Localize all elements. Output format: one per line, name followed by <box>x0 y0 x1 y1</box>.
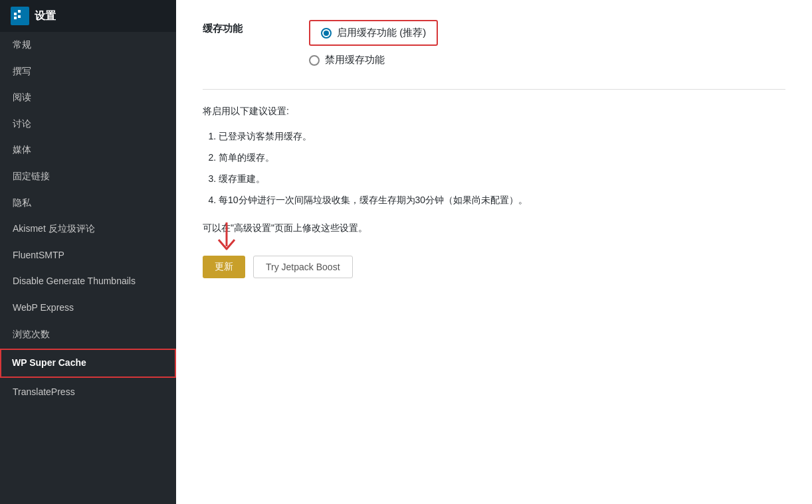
sidebar-item-label: 固定链接 <box>13 171 50 181</box>
list-item: 简单的缓存。 <box>219 148 785 167</box>
sidebar-header: 设置 <box>0 0 176 32</box>
sidebar-item-general[interactable]: 常规 <box>0 32 176 58</box>
jetpack-boost-button[interactable]: Try Jetpack Boost <box>253 256 353 278</box>
sidebar: 设置 常规 撰写 阅读 讨论 媒体 固定链接 隐私 Akismet 反垃圾评论 … <box>0 0 176 504</box>
sidebar-item-media[interactable]: 媒体 <box>0 137 176 163</box>
enable-cache-label: 启用缓存功能 (推荐) <box>337 27 426 39</box>
recommendations-list: 已登录访客禁用缓存。 简单的缓存。 缓存重建。 每10分钟进行一次间隔垃圾收集，… <box>203 127 785 209</box>
sidebar-item-label: TranslatePress <box>13 386 75 397</box>
sidebar-item-privacy[interactable]: 隐私 <box>0 190 176 216</box>
sidebar-item-label: 隐私 <box>13 197 31 208</box>
sidebar-item-label: 讨论 <box>13 118 31 129</box>
action-buttons: 更新 Try Jetpack Boost <box>203 256 785 278</box>
list-item: 缓存重建。 <box>219 169 785 188</box>
arrow-indicator <box>213 222 240 256</box>
svg-rect-1 <box>18 10 21 13</box>
update-button[interactable]: 更新 <box>203 256 245 278</box>
sidebar-item-label: 浏览次数 <box>13 329 50 339</box>
enable-cache-radio[interactable] <box>321 28 332 39</box>
cache-options: 启用缓存功能 (推荐) 禁用缓存功能 <box>309 20 785 73</box>
divider <box>203 89 785 90</box>
svg-rect-3 <box>14 17 17 19</box>
sidebar-item-label: Disable Generate Thumbnails <box>13 276 136 286</box>
cache-setting-row: 缓存功能 启用缓存功能 (推荐) 禁用缓存功能 <box>203 20 785 73</box>
sidebar-item-views[interactable]: 浏览次数 <box>0 321 176 348</box>
sidebar-item-label: Akismet 反垃圾评论 <box>13 223 95 234</box>
list-item: 每10分钟进行一次间隔垃圾收集，缓存生存期为30分钟（如果尚未配置）。 <box>219 191 785 209</box>
sidebar-item-wp-super-cache[interactable]: WP Super Cache <box>0 349 176 378</box>
svg-rect-0 <box>14 13 17 15</box>
disable-cache-option[interactable]: 禁用缓存功能 <box>309 54 785 66</box>
sidebar-item-label: FluentSMTP <box>13 250 64 260</box>
recommendations-intro: 将启用以下建议设置: <box>203 106 785 118</box>
sidebar-item-reading[interactable]: 阅读 <box>0 84 176 111</box>
cache-section-label: 缓存功能 <box>203 20 309 35</box>
sidebar-item-translatepress[interactable]: TranslatePress <box>0 379 176 406</box>
sidebar-item-label: 媒体 <box>13 144 31 155</box>
sidebar-item-label: WP Super Cache <box>12 357 86 368</box>
sidebar-item-label: 阅读 <box>13 92 31 102</box>
sidebar-item-webp-express[interactable]: WebP Express <box>0 295 176 321</box>
main-content: 缓存功能 启用缓存功能 (推荐) 禁用缓存功能 将启用以下建议设置: 已登录访客… <box>176 0 812 504</box>
disable-cache-radio[interactable] <box>309 55 320 66</box>
enable-cache-option[interactable]: 启用缓存功能 (推荐) <box>321 27 426 39</box>
sidebar-title: 设置 <box>35 9 56 23</box>
list-item: 已登录访客禁用缓存。 <box>219 127 785 145</box>
sidebar-item-writing[interactable]: 撰写 <box>0 58 176 85</box>
recommendations-section: 将启用以下建议设置: 已登录访客禁用缓存。 简单的缓存。 缓存重建。 每10分钟… <box>203 106 785 209</box>
sidebar-item-label: WebP Express <box>13 302 74 313</box>
settings-note: 可以在"高级设置"页面上修改这些设置。 <box>203 222 785 234</box>
sidebar-item-akismet[interactable]: Akismet 反垃圾评论 <box>0 216 176 242</box>
sidebar-item-fluentsmtp[interactable]: FluentSMTP <box>0 242 176 269</box>
sidebar-item-disable-thumbnails[interactable]: Disable Generate Thumbnails <box>0 268 176 295</box>
wp-logo-icon <box>11 7 29 25</box>
sidebar-item-label: 撰写 <box>13 66 31 76</box>
sidebar-item-discussion[interactable]: 讨论 <box>0 111 176 137</box>
svg-rect-2 <box>18 15 21 18</box>
disable-cache-label: 禁用缓存功能 <box>325 54 385 66</box>
sidebar-item-label: 常规 <box>13 39 31 50</box>
sidebar-item-permalinks[interactable]: 固定链接 <box>0 163 176 190</box>
